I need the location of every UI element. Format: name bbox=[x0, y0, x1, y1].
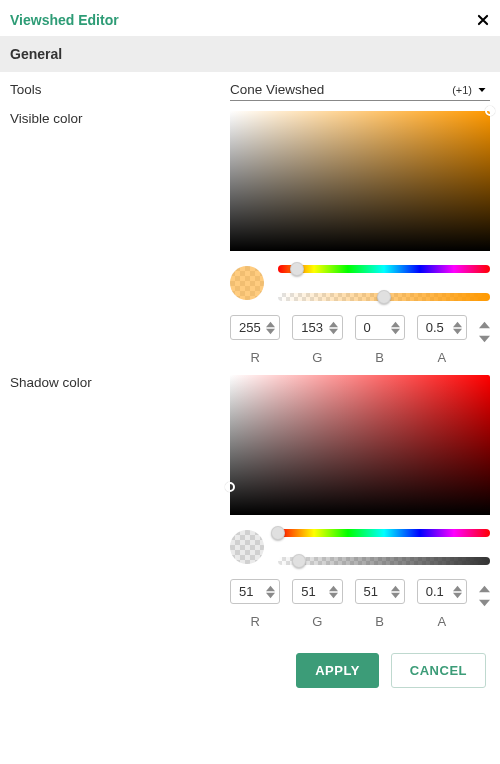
tools-label: Tools bbox=[10, 82, 220, 101]
tools-value: Cone Viewshed bbox=[230, 82, 452, 97]
chevron-down-icon bbox=[476, 84, 488, 96]
apply-button[interactable]: APPLY bbox=[296, 653, 379, 688]
shadow-b-input[interactable]: 51 bbox=[355, 579, 405, 604]
stepper-icon[interactable] bbox=[453, 321, 462, 335]
sv-cursor[interactable] bbox=[225, 482, 235, 492]
shadow-color-alpha-slider[interactable] bbox=[278, 557, 490, 565]
shadow-r-input[interactable]: 51 bbox=[230, 579, 280, 604]
visible-color-alpha-slider[interactable] bbox=[278, 293, 490, 301]
r-label: R bbox=[250, 350, 259, 365]
color-mode-cycle[interactable] bbox=[479, 315, 490, 343]
shadow-color-sv-picker[interactable] bbox=[230, 375, 490, 515]
a-label: A bbox=[438, 614, 447, 629]
visible-color-hue-slider[interactable] bbox=[278, 265, 490, 273]
g-label: G bbox=[312, 614, 322, 629]
stepper-icon[interactable] bbox=[453, 585, 462, 599]
visible-color-label: Visible color bbox=[10, 111, 220, 365]
visible-a-input[interactable]: 0.5 bbox=[417, 315, 467, 340]
stepper-icon[interactable] bbox=[391, 585, 400, 599]
stepper-icon[interactable] bbox=[391, 321, 400, 335]
alpha-thumb[interactable] bbox=[377, 290, 391, 304]
tools-count-badge: (+1) bbox=[452, 84, 472, 96]
b-label: B bbox=[375, 614, 384, 629]
shadow-color-label: Shadow color bbox=[10, 375, 220, 629]
visible-b-input[interactable]: 0 bbox=[355, 315, 405, 340]
close-icon[interactable] bbox=[476, 13, 490, 27]
b-label: B bbox=[375, 350, 384, 365]
g-label: G bbox=[312, 350, 322, 365]
stepper-icon[interactable] bbox=[266, 321, 275, 335]
stepper-icon[interactable] bbox=[329, 585, 338, 599]
dialog-title: Viewshed Editor bbox=[10, 12, 119, 28]
stepper-icon[interactable] bbox=[266, 585, 275, 599]
tools-dropdown[interactable]: Cone Viewshed (+1) bbox=[230, 82, 490, 101]
color-mode-cycle[interactable] bbox=[479, 579, 490, 607]
hue-thumb[interactable] bbox=[290, 262, 304, 276]
visible-color-swatch bbox=[230, 266, 264, 300]
shadow-color-swatch bbox=[230, 530, 264, 564]
a-label: A bbox=[438, 350, 447, 365]
shadow-a-input[interactable]: 0.1 bbox=[417, 579, 467, 604]
sv-cursor[interactable] bbox=[485, 106, 495, 116]
cancel-button[interactable]: CANCEL bbox=[391, 653, 486, 688]
section-header-general: General bbox=[0, 36, 500, 72]
visible-color-sv-picker[interactable] bbox=[230, 111, 490, 251]
visible-g-input[interactable]: 153 bbox=[292, 315, 342, 340]
visible-r-input[interactable]: 255 bbox=[230, 315, 280, 340]
stepper-icon[interactable] bbox=[329, 321, 338, 335]
shadow-g-input[interactable]: 51 bbox=[292, 579, 342, 604]
hue-thumb[interactable] bbox=[271, 526, 285, 540]
alpha-thumb[interactable] bbox=[292, 554, 306, 568]
r-label: R bbox=[250, 614, 259, 629]
shadow-color-hue-slider[interactable] bbox=[278, 529, 490, 537]
